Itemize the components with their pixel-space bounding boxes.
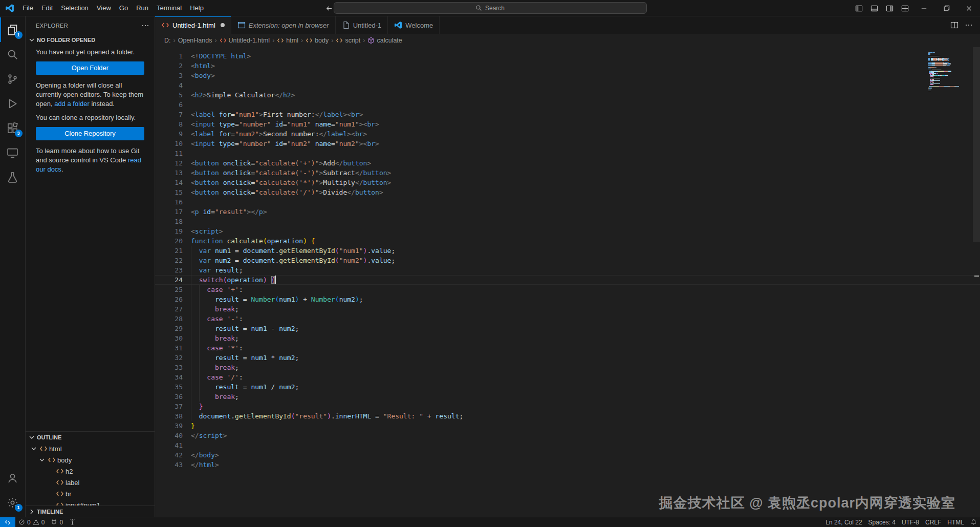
activity-extensions[interactable]: 3 [0, 116, 26, 140]
menu-go[interactable]: Go [115, 3, 132, 13]
breadcrumb-untitled-1-html[interactable]: Untitled-1.html [220, 37, 270, 44]
code-line[interactable]: 34 case '/': [155, 372, 980, 382]
minimap[interactable] [928, 52, 971, 92]
code-line[interactable]: 19<script> [155, 226, 980, 236]
code-line[interactable]: 5<h2>Simple Calculator</h2> [155, 90, 980, 100]
menu-run[interactable]: Run [132, 3, 153, 13]
toggle-sidebar-icon[interactable] [851, 0, 866, 16]
code-line[interactable]: 15<button onclick="calculate('/')">Divid… [155, 187, 980, 197]
code-line[interactable]: 42</body> [155, 450, 980, 460]
code-line[interactable]: 33 break; [155, 363, 980, 372]
language-mode[interactable]: HTML [944, 517, 967, 527]
code-line[interactable]: 23 var result; [155, 265, 980, 275]
customize-layout-icon[interactable] [897, 0, 912, 16]
more-actions-icon[interactable] [965, 21, 973, 29]
code-line[interactable]: 17<p id="result"></p> [155, 207, 980, 217]
code-line[interactable]: 39} [155, 421, 980, 431]
minimize-button[interactable] [912, 0, 935, 16]
breadcrumb-script[interactable]: script [336, 37, 360, 44]
outline-item-body[interactable]: body [26, 454, 155, 466]
breadcrumb-d[interactable]: D: [164, 37, 171, 44]
code-line[interactable]: 10<input type="number" id="num2" name="n… [155, 139, 980, 149]
menu-help[interactable]: Help [186, 3, 208, 13]
outline-item-html[interactable]: html [26, 443, 155, 454]
code-line[interactable]: 18 [155, 217, 980, 226]
breadcrumb-openhands[interactable]: OpenHands [178, 37, 212, 44]
code-line[interactable]: 38 document.getElementById("result").inn… [155, 411, 980, 421]
code-line[interactable]: 9<label for="num2">Second number:</label… [155, 129, 980, 139]
code-line[interactable]: 7<label for="num1">First number:</label>… [155, 110, 980, 119]
outline-item-h2[interactable]: h2 [26, 466, 155, 477]
activity-remote-explorer[interactable] [0, 140, 26, 165]
tab-welcome[interactable]: Welcome [388, 16, 440, 34]
code-line[interactable]: 2<html> [155, 61, 980, 71]
code-line[interactable]: 41 [155, 440, 980, 450]
menu-selection[interactable]: Selection [57, 3, 92, 13]
code-line[interactable]: 30 break; [155, 333, 980, 343]
code-line[interactable]: 43</html> [155, 460, 980, 470]
code-editor[interactable]: 1<!DOCTYPE html>2<html>3<body>45<h2>Simp… [155, 47, 980, 517]
open-folder-button[interactable]: Open Folder [36, 61, 144, 75]
menu-edit[interactable]: Edit [37, 3, 57, 13]
outline-item-label[interactable]: label [26, 477, 155, 488]
outline-item-input-num1[interactable]: input#num1 [26, 499, 155, 505]
code-line[interactable]: 13<button onclick="calculate('-')">Subtr… [155, 168, 980, 178]
code-line[interactable]: 20function calculate(operation) { [155, 236, 980, 246]
code-line[interactable]: 14<button onclick="calculate('*')">Multi… [155, 178, 980, 187]
code-line[interactable]: 24 switch(operation) { [155, 275, 980, 285]
code-line[interactable]: 29 result = num1 - num2; [155, 324, 980, 333]
menu-file[interactable]: File [18, 3, 37, 13]
toggle-panel-icon[interactable] [866, 0, 882, 16]
ports-indicator[interactable]: 0 [48, 517, 66, 527]
breadcrumb-body[interactable]: body [306, 37, 329, 44]
scrollbar-thumb[interactable] [973, 47, 980, 242]
section-no-folder-opened[interactable]: NO FOLDER OPENED [26, 34, 155, 46]
back-icon[interactable] [325, 5, 333, 12]
tab-untitled-1-html[interactable]: Untitled-1.html [155, 16, 231, 34]
code-line[interactable]: 1<!DOCTYPE html> [155, 51, 980, 61]
code-line[interactable]: 35 result = num1 / num2; [155, 382, 980, 392]
encoding[interactable]: UTF-8 [899, 517, 922, 527]
add-folder-link[interactable]: add a folder [54, 100, 90, 108]
activity-search[interactable] [0, 42, 26, 67]
search-input[interactable]: Search [334, 2, 647, 14]
eol-sequence[interactable]: CRLF [922, 517, 944, 527]
problems-indicator[interactable]: 0 0 [15, 517, 48, 527]
tab-extension-open-in-browser[interactable]: Extension: open in browser [231, 16, 336, 34]
code-line[interactable]: 37 } [155, 402, 980, 411]
activity-explorer[interactable]: 1 [0, 17, 26, 42]
outline-item-br[interactable]: br [26, 488, 155, 499]
modified-dot[interactable] [221, 23, 225, 27]
menu-view[interactable]: View [93, 3, 115, 13]
code-line[interactable]: 31 case '*': [155, 343, 980, 353]
indentation[interactable]: Spaces: 4 [865, 517, 899, 527]
breadcrumb-html[interactable]: html [277, 37, 298, 44]
overview-ruler[interactable] [973, 47, 980, 517]
outline-header[interactable]: OUTLINE [26, 432, 155, 443]
activity-manage[interactable]: 1 [0, 490, 26, 515]
menu-terminal[interactable]: Terminal [153, 3, 186, 13]
code-line[interactable]: 28 case '-': [155, 314, 980, 324]
code-line[interactable]: 4 [155, 80, 980, 90]
code-line[interactable]: 21 var num1 = document.getElementById("n… [155, 246, 980, 256]
tab-untitled-1[interactable]: Untitled-1 [336, 16, 388, 34]
timeline-header[interactable]: TIMELINE [26, 505, 155, 517]
breadcrumb-calculate[interactable]: calculate [367, 37, 402, 44]
activity-accounts[interactable] [0, 466, 26, 490]
code-line[interactable]: 16 [155, 197, 980, 207]
code-line[interactable]: 32 result = num1 * num2; [155, 353, 980, 363]
code-line[interactable]: 8<input type="number" id="num1" name="nu… [155, 119, 980, 129]
code-line[interactable]: 26 result = Number(num1) + Number(num2); [155, 294, 980, 304]
code-line[interactable]: 27 break; [155, 304, 980, 314]
split-editor-icon[interactable] [950, 21, 959, 29]
code-line[interactable]: 11 [155, 149, 980, 158]
code-line[interactable]: 6 [155, 100, 980, 110]
code-line[interactable]: 22 var num2 = document.getElementById("n… [155, 256, 980, 265]
code-line[interactable]: 12<button onclick="calculate('+')">Add</… [155, 158, 980, 168]
cursor-position[interactable]: Ln 24, Col 22 [822, 517, 865, 527]
toggle-secondary-sidebar-icon[interactable] [882, 0, 897, 16]
code-line[interactable]: 3<body> [155, 71, 980, 80]
code-line[interactable]: 25 case '+': [155, 285, 980, 294]
notifications-bell[interactable] [967, 517, 980, 527]
code-line[interactable]: 36 break; [155, 392, 980, 402]
